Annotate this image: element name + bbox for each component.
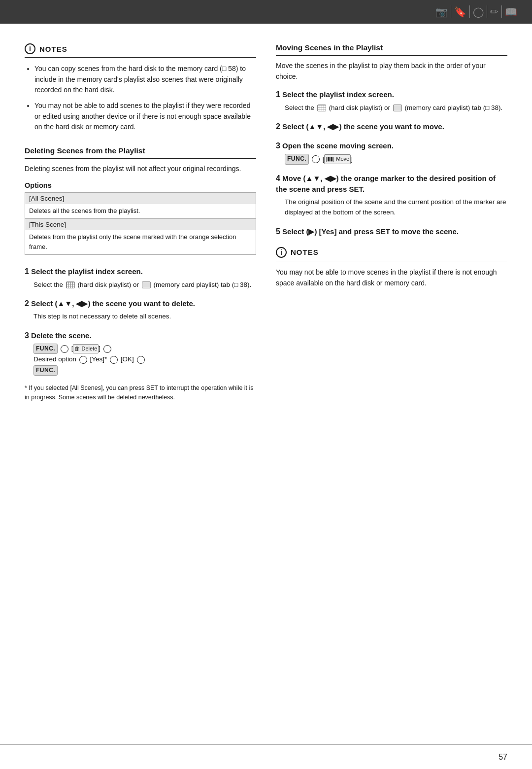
divider-3 <box>487 5 487 18</box>
move-step-3-number: 3 <box>276 141 280 150</box>
option-all-label: [All Scenes] <box>25 193 256 204</box>
notes-item-1: You can copy scenes from the hard disk t… <box>34 64 256 96</box>
move-step-3: 3 Open the scene moving screen. FUNC. [|… <box>276 140 507 164</box>
move-step-1-header: 1 Select the playlist index screen. <box>276 89 507 100</box>
delete-step-2: 2 Select (▲▼, ◀▶) the scene you want to … <box>25 298 256 322</box>
notes-icon-2: i <box>276 247 287 258</box>
divider-1 <box>451 5 451 18</box>
trash-icon: 🗑 Delete <box>73 344 99 354</box>
disc-icon: ◯ <box>473 6 484 18</box>
delete-step-1-header: 1 Select the playlist index screen. <box>25 266 256 277</box>
move-step-3-body: FUNC. [|▮▮| Move] <box>276 154 507 165</box>
options-title: Options <box>25 181 256 189</box>
deleting-heading: Deleting Scenes from the Playlist <box>25 146 256 155</box>
circle-icon-1 <box>61 345 68 353</box>
notes-header-2: i NOTES <box>276 247 507 258</box>
move-step-4-header: 4 Move (▲▼, ◀▶) the orange marker to the… <box>276 173 507 195</box>
option-row-all: [All Scenes] Deletes all the scenes from… <box>25 193 256 219</box>
notes-section-2: i NOTES You may not be able to move scen… <box>276 247 507 288</box>
delete-step-3-title: Delete the scene. <box>31 331 92 340</box>
bookmark-icon: 🔖 <box>454 6 466 18</box>
delete-step-3: 3 Delete the scene. FUNC. [🗑 Delete] Des… <box>25 330 256 376</box>
right-column: Moving Scenes in the Playlist Move the s… <box>276 43 507 715</box>
card-playlist-icon <box>142 281 151 288</box>
option-this-desc: Deletes from the playlist only the scene… <box>25 230 256 254</box>
top-bar: 📷 🔖 ◯ ✏ 📖 <box>0 0 532 24</box>
book-icon: 📖 <box>505 6 517 18</box>
move-step-2-title: Select (▲▼, ◀▶) the scene you want to mo… <box>282 122 444 131</box>
top-icons-area: 📷 🔖 ◯ ✏ 📖 <box>435 5 517 18</box>
deleting-intro: Deleting scenes from the playlist will n… <box>25 164 256 175</box>
move-step-2-number: 2 <box>276 122 280 131</box>
deleting-section: Deleting Scenes from the Playlist Deleti… <box>25 146 256 402</box>
moving-heading: Moving Scenes in the Playlist <box>276 43 507 52</box>
notes-divider <box>25 57 256 58</box>
circle-icon-4 <box>110 356 118 364</box>
page-number: 57 <box>499 753 507 762</box>
delete-step-1-number: 1 <box>25 267 29 276</box>
option-all-desc: Deletes all the scenes from the playlist… <box>25 204 256 219</box>
move-step-2-header: 2 Select (▲▼, ◀▶) the scene you want to … <box>276 121 507 132</box>
options-block: Options [All Scenes] Deletes all the sce… <box>25 181 256 255</box>
delete-step-3-number: 3 <box>25 331 29 340</box>
notes-divider-2 <box>276 261 507 261</box>
func-key-2: FUNC. <box>33 365 58 376</box>
circle-icon-3 <box>79 356 87 364</box>
notes-icon: i <box>25 43 35 54</box>
left-column: i NOTES You can copy scenes from the har… <box>25 43 256 715</box>
move-step-5-title: Select (▶) [Yes] and press SET to move t… <box>282 227 459 236</box>
move-step-4-number: 4 <box>276 174 280 182</box>
move-step-1-title: Select the playlist index screen. <box>282 90 394 99</box>
notes-body-2: You may not be able to move scenes in th… <box>276 267 507 288</box>
delete-step-2-body: This step is not necessary to delete all… <box>25 311 256 322</box>
edit-icon: ✏ <box>490 6 499 18</box>
delete-step-2-header: 2 Select (▲▼, ◀▶) the scene you want to … <box>25 298 256 309</box>
hdd-playlist-icon <box>66 281 75 288</box>
moving-divider <box>276 55 507 56</box>
camera-icon: 📷 <box>435 6 448 18</box>
delete-step-2-title: Select (▲▼, ◀▶) the scene you want to de… <box>31 299 195 308</box>
delete-step-3-body: FUNC. [🗑 Delete] Desired option [Yes]* [… <box>25 343 256 376</box>
notes-item-2: You may not be able to add scenes to the… <box>34 101 256 133</box>
delete-step-1: 1 Select the playlist index screen. Sele… <box>25 266 256 290</box>
circle-icon-5 <box>137 356 145 364</box>
hdd-playlist-icon-r <box>317 105 326 111</box>
move-step-5-header: 5 Select (▶) [Yes] and press SET to move… <box>276 226 507 237</box>
move-step-1-body: Select the (hard disk playlist) or (memo… <box>276 103 507 113</box>
move-step-3-header: 3 Open the scene moving screen. <box>276 140 507 151</box>
bottom-bar: 57 <box>0 744 532 769</box>
move-step-4-title: Move (▲▼, ◀▶) the orange marker to the d… <box>276 174 496 193</box>
move-step-1: 1 Select the playlist index screen. Sele… <box>276 89 507 113</box>
delete-step-2-number: 2 <box>25 299 29 308</box>
move-step-4-body: The original position of the scene and t… <box>276 197 507 218</box>
option-this-label: [This Scene] <box>25 219 256 230</box>
func-key-1: FUNC. <box>33 344 58 354</box>
notes-list: You can copy scenes from the hard disk t… <box>25 64 256 133</box>
move-step-3-title: Open the scene moving screen. <box>282 141 394 150</box>
move-scene-icon: |▮▮| Move <box>324 154 351 164</box>
option-row-this: [This Scene] Deletes from the playlist o… <box>25 219 256 254</box>
divider-2 <box>469 5 470 18</box>
delete-step-1-title: Select the playlist index screen. <box>31 267 143 276</box>
divider-4 <box>501 5 502 18</box>
move-step-1-number: 1 <box>276 90 280 99</box>
move-circle-1 <box>312 155 320 163</box>
notes-title-2: NOTES <box>291 248 319 256</box>
delete-step-3-header: 3 Delete the scene. <box>25 330 256 341</box>
page-content: i NOTES You can copy scenes from the har… <box>0 24 532 744</box>
deleting-footnote: * If you selected [All Scenes], you can … <box>25 384 256 403</box>
move-step-5-number: 5 <box>276 227 280 236</box>
move-step-4: 4 Move (▲▼, ◀▶) the orange marker to the… <box>276 173 507 218</box>
notes-title: NOTES <box>39 45 67 53</box>
deleting-divider <box>25 158 256 159</box>
func-key-move: FUNC. <box>285 154 309 164</box>
moving-section: Moving Scenes in the Playlist Move the s… <box>276 43 507 237</box>
notes-section: i NOTES You can copy scenes from the har… <box>25 43 256 133</box>
options-table: [All Scenes] Deletes all the scenes from… <box>25 192 256 255</box>
delete-step-1-body: Select the (hard disk playlist) or (memo… <box>25 280 256 290</box>
circle-icon-2 <box>103 345 111 353</box>
card-playlist-icon-r <box>393 105 402 111</box>
move-step-5: 5 Select (▶) [Yes] and press SET to move… <box>276 226 507 237</box>
moving-intro: Move the scenes in the playlist to play … <box>276 61 507 82</box>
move-step-2: 2 Select (▲▼, ◀▶) the scene you want to … <box>276 121 507 132</box>
